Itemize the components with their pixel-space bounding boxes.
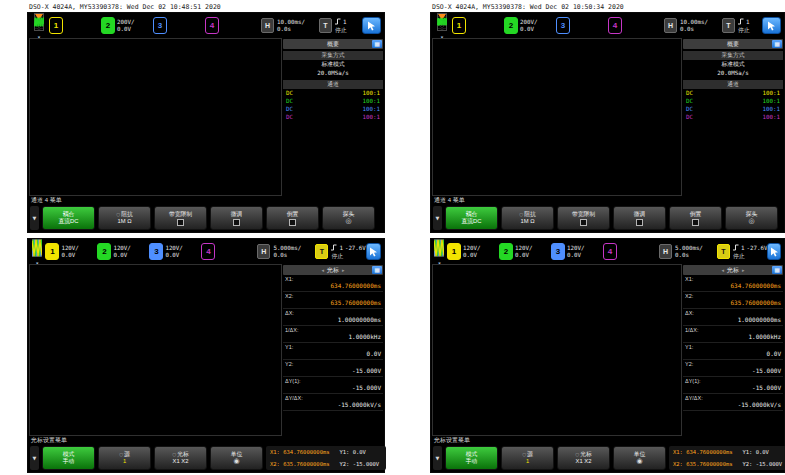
bottom-right-scope: X2 ▾ 1120V/0.0V2120V/0.0V3120V/0.0V4 H 5… [430, 238, 785, 473]
probe-ratio: 100:1 [763, 89, 780, 97]
arrow-right-icon[interactable]: ▸ [342, 267, 345, 273]
waveform-display[interactable] [432, 264, 682, 436]
softkey-4[interactable]: 单位◉ [210, 446, 263, 470]
softkey-3[interactable]: ○光标X1 X2 [557, 446, 610, 470]
sidebar-menu-icon[interactable]: ▦ [772, 266, 782, 274]
channel-4-button[interactable]: 4 [205, 17, 219, 34]
channel-2-button[interactable]: 2 [97, 243, 111, 260]
sidebar-title[interactable]: ◂光标▸▦ [283, 265, 383, 275]
channel-1-status: 1120V/0.0V [447, 243, 499, 260]
softkey-6[interactable]: 探头◎ [725, 206, 778, 230]
system-menu-button[interactable]: X2 ▾ [31, 241, 43, 262]
gear-icon [437, 13, 447, 35]
softkey-3[interactable]: 带宽限制 [557, 206, 610, 230]
softkey-3[interactable]: ○光标X1 X2 [154, 446, 207, 470]
softkey-5[interactable]: 倒置 [669, 206, 722, 230]
softkey-label-text: 带宽限制 [169, 211, 192, 218]
trigger-knob-icon[interactable]: T [717, 244, 730, 259]
trigger-knob-icon[interactable]: T [315, 244, 328, 259]
sidebar-menu-icon[interactable]: ▦ [772, 40, 782, 48]
channel-4-button[interactable]: 4 [201, 243, 215, 260]
channel-2-button[interactable]: 2 [499, 243, 513, 260]
scope-header: X2 ▾ 1120V/0.0V2120V/0.0V3120V/0.0V4 H 5… [431, 239, 784, 264]
sidebar-menu-icon[interactable]: ▦ [372, 266, 382, 274]
channel-2-button[interactable]: 2 [101, 17, 115, 34]
sidebar-title-text: 概要 [327, 40, 339, 49]
softkey-1[interactable]: 耦合直流DC [42, 206, 95, 230]
touch-button[interactable] [767, 243, 781, 260]
checkbox-icon [177, 219, 184, 226]
channel-2-offset: 0.0V [520, 26, 537, 33]
sidebar-menu-icon[interactable]: ▦ [372, 40, 382, 48]
arrow-left-icon[interactable]: ◂ [721, 267, 724, 273]
probe-ratio: 100:1 [363, 97, 380, 105]
softkey-5[interactable]: 倒置 [266, 206, 319, 230]
channel-1-button[interactable]: 1 [45, 243, 59, 260]
horizontal-knob-icon[interactable]: H [664, 18, 677, 33]
sidebar-title[interactable]: 概要▦ [283, 39, 383, 49]
channel-1-button[interactable]: 1 [447, 243, 461, 260]
softkey-label: ○源 [522, 451, 533, 458]
channel-2-readout: 200V/0.0V [520, 19, 537, 32]
timebase-block: H 10.00ms/ 0.0s [261, 18, 311, 33]
softkey-3[interactable]: 带宽限制 [154, 206, 207, 230]
sidebar-title[interactable]: 概要▦ [683, 39, 783, 49]
system-menu-button[interactable]: ▾ [434, 15, 450, 36]
softkey-1[interactable]: 模式手动 [42, 446, 95, 470]
system-menu-button[interactable]: ▾ [31, 15, 47, 36]
sidebar-title[interactable]: ◂光标▸▦ [683, 265, 783, 275]
trigger-block: T 1 停止 [319, 18, 349, 33]
channel-3-button[interactable]: 3 [149, 243, 163, 260]
waveform-display[interactable] [29, 38, 282, 196]
readout-x1: X1: 634.76000000ms [270, 447, 332, 457]
horizontal-knob-icon[interactable]: H [659, 244, 672, 259]
touch-button[interactable] [762, 17, 781, 34]
softkey-label: 带宽限制 [169, 211, 192, 218]
waveform-display[interactable] [29, 264, 282, 436]
softkey-2[interactable]: ○阻抗1M Ω [501, 206, 554, 230]
softkey-4[interactable]: 单位◉ [613, 446, 666, 470]
channel-3-button[interactable]: 3 [551, 243, 565, 260]
back-softkey[interactable]: ▼ [30, 206, 39, 230]
softkey-1[interactable]: 耦合直流DC [445, 206, 498, 230]
back-softkey[interactable]: ▼ [433, 446, 442, 470]
trigger-knob-icon[interactable]: T [722, 18, 735, 33]
channel-4-button[interactable]: 4 [608, 17, 622, 34]
readout-x1: X1: 634.76000000ms [673, 447, 735, 457]
waveform-display[interactable] [432, 38, 682, 196]
trigger-source: 1 [343, 19, 347, 26]
channel-2-button[interactable]: 2 [504, 17, 518, 34]
channel-2-status: 2200V/0.0V [101, 17, 153, 34]
channel-4-button[interactable]: 4 [603, 243, 617, 260]
softkey-1[interactable]: 模式手动 [445, 446, 498, 470]
softkey-value: 手动 [63, 458, 75, 465]
channel-1-button[interactable]: 1 [49, 17, 63, 34]
trigger-knob-icon[interactable]: T [319, 18, 332, 33]
horizontal-knob-icon[interactable]: H [261, 18, 274, 33]
back-softkey[interactable]: ▼ [30, 446, 39, 470]
touch-button[interactable] [366, 243, 381, 260]
gear-icon [34, 13, 44, 35]
channel-3-button[interactable]: 3 [153, 17, 167, 34]
system-menu-button[interactable]: X2 ▾ [434, 241, 445, 262]
channel-3-button[interactable]: 3 [556, 17, 570, 34]
softkey-4[interactable]: 微调 [210, 206, 263, 230]
timebase-delay: 0.0s [273, 252, 307, 259]
softkey-4[interactable]: 微调 [613, 206, 666, 230]
channel-1-button[interactable]: 1 [452, 17, 466, 34]
softkey-6[interactable]: 探头◎ [322, 206, 375, 230]
softkey-value: X1 X2 [576, 458, 592, 465]
pointer-icon [770, 243, 779, 261]
checkbox-icon [580, 219, 587, 226]
back-softkey[interactable]: ▼ [433, 206, 442, 230]
arrow-left-icon[interactable]: ◂ [321, 267, 324, 273]
softkey-2[interactable]: ○源1 [501, 446, 554, 470]
softkey-label: ○光标 [172, 451, 189, 458]
arrow-right-icon[interactable]: ▸ [742, 267, 745, 273]
softkey-2[interactable]: ○阻抗1M Ω [98, 206, 151, 230]
softkey-2[interactable]: ○源1 [98, 446, 151, 470]
horizontal-knob-icon[interactable]: H [257, 244, 270, 259]
edge-trigger-icon [733, 244, 739, 253]
touch-button[interactable] [362, 17, 381, 34]
channel-2-readout: 120V/0.0V [113, 245, 130, 258]
